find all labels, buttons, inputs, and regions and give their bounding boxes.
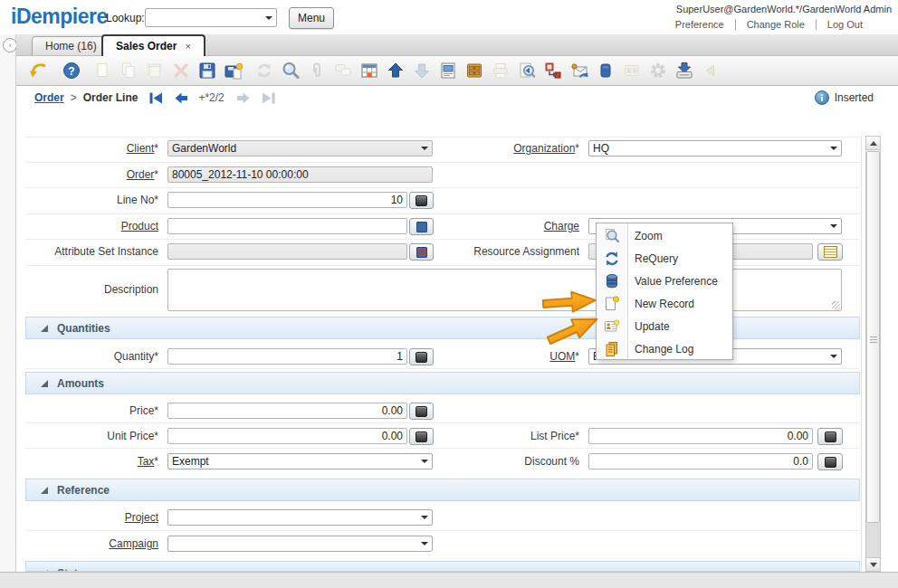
- chevron-down-icon[interactable]: [826, 147, 841, 150]
- discount-calculator-button[interactable]: [817, 453, 843, 470]
- first-record-button[interactable]: [149, 92, 163, 104]
- price-calculator-button[interactable]: [409, 403, 434, 420]
- section-header-quantities[interactable]: Quantities: [25, 317, 860, 339]
- delete-selection-button: [170, 61, 191, 81]
- product-label[interactable]: Product: [18, 218, 158, 234]
- menu-item-update[interactable]: Update: [597, 315, 732, 337]
- scrollbar-grip-icon: [870, 337, 877, 337]
- resize-grip-icon[interactable]: [832, 301, 840, 309]
- uom-label[interactable]: UOM*: [424, 348, 579, 365]
- logout-link[interactable]: Log Out: [816, 19, 874, 30]
- order-label[interactable]: Order*: [18, 166, 158, 183]
- resource-assignment-button[interactable]: [817, 243, 843, 261]
- organization-combobox[interactable]: HQ: [588, 140, 842, 156]
- grid-toggle-button[interactable]: [358, 61, 379, 81]
- menu-button[interactable]: Menu: [289, 7, 334, 29]
- product-field[interactable]: [167, 218, 407, 234]
- info-icon: [815, 90, 829, 105]
- charge-label[interactable]: Charge: [424, 218, 579, 234]
- campaign-combobox[interactable]: [167, 536, 433, 552]
- new-record-icon: [92, 61, 112, 81]
- chevron-down-icon[interactable]: [826, 224, 841, 228]
- chevron-down-icon[interactable]: [417, 516, 432, 519]
- arrow-down-icon: [412, 61, 432, 81]
- copy-record-button: [118, 61, 139, 81]
- expand-panel-button[interactable]: ›: [3, 38, 17, 52]
- top-links: Preference Change Role Log Out: [664, 19, 874, 30]
- previous-record-button[interactable]: [175, 92, 188, 104]
- menu-item-requery[interactable]: ReQuery: [597, 247, 732, 270]
- form-view-button[interactable]: [437, 61, 458, 81]
- requery-icon: [604, 251, 620, 267]
- tab-sales-order-label: Sales Order: [116, 40, 177, 52]
- collapse-triangle-icon: [41, 487, 48, 494]
- workflow-button[interactable]: [542, 61, 563, 81]
- arrow-up-icon: [386, 61, 406, 81]
- discount-label: Discount %: [424, 453, 579, 469]
- quantity-field[interactable]: [167, 348, 407, 365]
- menu-item-new-record[interactable]: New Record: [597, 292, 732, 315]
- scroll-down-button[interactable]: [865, 557, 881, 572]
- section-header-reference[interactable]: Reference: [25, 479, 860, 501]
- chat-button: [332, 61, 353, 81]
- project-combobox[interactable]: [167, 509, 433, 526]
- row-separator: [25, 448, 860, 449]
- tax-combobox[interactable]: Exempt: [167, 453, 433, 469]
- organization-label[interactable]: Organization*: [424, 140, 579, 156]
- archive-button[interactable]: [463, 61, 484, 81]
- find-button[interactable]: [280, 61, 301, 81]
- client-label[interactable]: Client*: [18, 140, 158, 156]
- save-create-button[interactable]: [223, 61, 244, 81]
- delete-x-icon: [171, 61, 191, 81]
- zoom-icon: [604, 228, 620, 244]
- scroll-up-button[interactable]: [865, 136, 881, 150]
- project-label[interactable]: Project: [18, 509, 158, 526]
- requests-icon: [569, 61, 589, 81]
- breadcrumb-parent-link[interactable]: Order: [34, 91, 64, 104]
- lookup-combobox[interactable]: [145, 8, 277, 27]
- list-price-field[interactable]: [588, 428, 813, 444]
- menu-item-zoom[interactable]: Zoom: [597, 224, 732, 247]
- description-textarea[interactable]: [167, 269, 842, 311]
- undo-icon: [29, 61, 49, 81]
- triangle-up-icon: [870, 141, 877, 146]
- tab-home[interactable]: Home (16): [32, 36, 110, 55]
- chevron-down-icon[interactable]: [417, 542, 432, 545]
- grid-toggle-icon: [359, 61, 379, 81]
- parent-record-button[interactable]: [385, 61, 406, 81]
- row-separator: [25, 265, 860, 266]
- line-no-label: Line No*: [18, 192, 158, 208]
- print-icon: [491, 61, 511, 81]
- tax-label[interactable]: Tax*: [18, 453, 158, 469]
- attribute-set-instance-label: Attribute Set Instance: [18, 243, 158, 260]
- tab-sales-order[interactable]: Sales Order ×: [101, 34, 205, 56]
- help-button[interactable]: ?: [61, 61, 81, 81]
- menu-item-change-log[interactable]: Change Log: [597, 337, 732, 360]
- save-button[interactable]: [196, 61, 217, 81]
- attachment-icon: [307, 61, 327, 81]
- undo-button[interactable]: [28, 61, 49, 81]
- price-field[interactable]: [167, 403, 407, 419]
- report-zoom-icon: [517, 61, 537, 81]
- scrollbar-thumb[interactable]: [866, 151, 880, 523]
- chevron-down-icon[interactable]: [262, 16, 276, 20]
- campaign-label[interactable]: Campaign: [18, 536, 158, 552]
- scrollbar-track-lower[interactable]: [866, 523, 880, 557]
- menu-item-value-preference[interactable]: Value Preference: [597, 270, 732, 292]
- unit-price-field[interactable]: [167, 428, 407, 444]
- export-button[interactable]: [674, 61, 694, 81]
- change-role-link[interactable]: Change Role: [735, 19, 816, 30]
- discount-field[interactable]: [588, 453, 813, 469]
- section-header-amounts[interactable]: Amounts: [25, 372, 860, 394]
- line-no-field[interactable]: [167, 192, 407, 208]
- line-no-calculator-button[interactable]: [409, 192, 434, 209]
- requests-button[interactable]: [568, 61, 589, 81]
- close-icon[interactable]: ×: [185, 41, 190, 52]
- preference-link[interactable]: Preference: [664, 19, 735, 30]
- list-price-calculator-button[interactable]: [817, 428, 843, 445]
- lock-button[interactable]: [595, 61, 616, 81]
- window-button: [621, 61, 642, 81]
- report-button[interactable]: [516, 61, 537, 81]
- section-header-status[interactable]: Status: [25, 561, 860, 572]
- chevron-down-icon[interactable]: [826, 355, 841, 358]
